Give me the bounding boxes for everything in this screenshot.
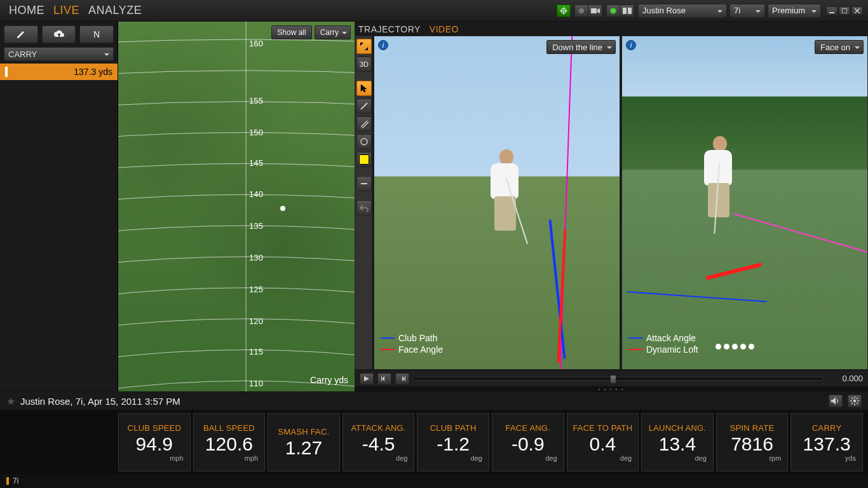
metric-club-path[interactable]: CLUB PATH -1.2 deg [417, 413, 489, 471]
metric-unit: yds [845, 454, 861, 462]
svg-text:125: 125 [249, 285, 263, 294]
splitter-handle[interactable]: • • • • • [355, 386, 868, 391]
metric-label: SPIN RATE [730, 423, 774, 433]
cursor-icon [360, 84, 368, 93]
metric-carry[interactable]: CARRY 137.3 yds [790, 413, 863, 471]
video-left[interactable]: i Down the line Club Path Face Angle [374, 36, 620, 370]
nav-analyze[interactable]: ANALYZE [88, 4, 142, 17]
metric-smash-factor[interactable]: SMASH FAC. 1.27 [268, 413, 340, 471]
metric-spin-rate[interactable]: SPIN RATE 7816 rpm [716, 413, 789, 471]
sidebar-metric-select[interactable]: CARRY [4, 47, 114, 61]
legend-swatch-red [381, 349, 395, 350]
tool-undo[interactable] [356, 200, 372, 215]
tool-pointer[interactable] [356, 81, 372, 96]
tab-trajectory[interactable]: TRAJECTORY [358, 24, 421, 34]
video-body: 3D [355, 36, 868, 370]
camera-left-status[interactable] [574, 4, 588, 17]
show-all-button[interactable]: Show all [271, 25, 311, 39]
distance-grid: 110 115 120 125 130 135 140 145 150 155 … [118, 22, 355, 391]
metric-face-to-path[interactable]: FACE TO PATH 0.4 deg [567, 413, 639, 471]
video-right[interactable]: i Face on Attack Angle Dynamic Loft [621, 36, 868, 370]
tool-double-line[interactable] [356, 116, 372, 132]
svg-text:120: 120 [249, 316, 263, 326]
parallel-lines-icon [360, 119, 369, 128]
legend-right: Attack Angle Dynamic Loft [628, 332, 698, 355]
settings-button[interactable] [848, 395, 862, 407]
metric-unit: mph [245, 454, 263, 462]
playback-track[interactable] [413, 377, 824, 381]
minimize-button[interactable] [826, 6, 837, 15]
mute-button[interactable] [829, 395, 843, 407]
maximize-button[interactable] [839, 6, 850, 15]
expand-icon [360, 43, 368, 50]
playback-handle[interactable] [610, 375, 616, 384]
svg-line-40 [857, 403, 858, 404]
svg-rect-30 [381, 376, 382, 381]
crosshair-icon [560, 7, 567, 15]
normalize-button[interactable]: N [79, 25, 114, 43]
legend-label: Attack Angle [646, 332, 696, 344]
player-select[interactable]: Justin Rose [638, 4, 727, 18]
tool-erase[interactable] [356, 176, 372, 191]
nav-home[interactable]: HOME [9, 4, 44, 17]
field-mode-select[interactable]: Carry [315, 25, 351, 39]
shot-row[interactable]: 137.3 yds [0, 64, 118, 80]
svg-text:150: 150 [249, 128, 263, 137]
player-select-label: Justin Rose [642, 6, 686, 15]
camera-left-button[interactable] [588, 4, 602, 17]
legend-label: Dynamic Loft [646, 344, 698, 355]
workspace: N CARRY 137.3 yds [0, 22, 868, 391]
camera-right-button[interactable] [620, 4, 634, 17]
svg-text:145: 145 [249, 158, 263, 167]
metric-ball-speed[interactable]: BALL SPEED 120.6 mph [193, 413, 266, 471]
video-info-button-right[interactable]: i [626, 40, 636, 50]
nav-live[interactable]: LIVE [53, 4, 79, 17]
metric-unit: deg [545, 454, 562, 462]
video-info-button-left[interactable]: i [378, 40, 388, 50]
club-select[interactable]: 7i [729, 4, 765, 18]
camera-select-left-label: Down the line [552, 43, 602, 52]
camera-icon [591, 8, 600, 14]
sidebar-metric-label: CARRY [8, 50, 37, 59]
camera-select-right[interactable]: Face on [815, 40, 864, 54]
metric-value: 94.9 [136, 433, 173, 456]
play-button[interactable] [360, 373, 374, 384]
step-back-button[interactable] [377, 373, 391, 384]
tool-circle[interactable] [356, 134, 372, 149]
statusbar: 7i [0, 474, 868, 488]
landing-field[interactable]: 110 115 120 125 130 135 140 145 150 155 … [118, 22, 355, 391]
metric-label: BALL SPEED [203, 423, 255, 433]
target-button[interactable] [557, 4, 571, 17]
edit-button[interactable] [4, 25, 38, 43]
shot-value: 137.3 yds [74, 67, 112, 77]
svg-text:155: 155 [249, 96, 263, 105]
metric-value: 120.6 [205, 433, 253, 456]
close-button[interactable] [851, 6, 863, 15]
metric-launch-angle[interactable]: LAUNCH ANG. 13.4 deg [641, 413, 714, 471]
svg-rect-27 [361, 183, 367, 184]
svg-rect-32 [405, 376, 405, 381]
tool-fullscreen[interactable] [356, 39, 372, 54]
step-forward-button[interactable] [395, 373, 409, 384]
upload-button[interactable] [42, 25, 76, 43]
metric-label: SMASH FAC. [278, 427, 330, 437]
metric-label: FACE ANG. [506, 423, 550, 433]
favorite-star[interactable]: ★ [6, 395, 15, 407]
golfer-figure [483, 149, 521, 238]
camera-right-status[interactable] [606, 4, 620, 17]
svg-marker-31 [402, 376, 405, 381]
tool-line[interactable] [356, 98, 372, 114]
tier-select[interactable]: Premium [768, 4, 821, 18]
camera-select-left[interactable]: Down the line [546, 40, 616, 54]
playback-bar: 0.000 [355, 370, 868, 386]
tool-color[interactable] [356, 152, 372, 167]
tab-video[interactable]: VIDEO [430, 24, 459, 34]
metric-label: FACE TO PATH [573, 423, 632, 433]
svg-marker-29 [382, 376, 384, 381]
svg-text:115: 115 [249, 347, 263, 356]
metric-face-angle[interactable]: FACE ANG. -0.9 deg [492, 413, 564, 471]
step-back-icon [381, 376, 388, 382]
tool-3d[interactable]: 3D [356, 57, 372, 72]
metric-attack-angle[interactable]: ATTACK ANG. -4.5 deg [342, 413, 415, 471]
metric-club-speed[interactable]: CLUB SPEED 94.9 mph [118, 413, 191, 471]
